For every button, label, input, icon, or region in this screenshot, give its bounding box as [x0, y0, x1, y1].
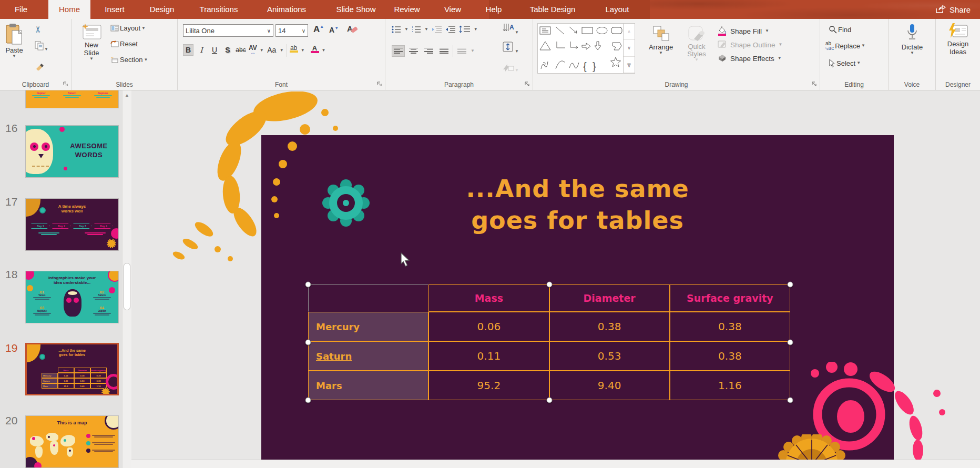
- thumbnail-slide-17[interactable]: A time alwaysworks well Day 1 Day 2 Day …: [25, 198, 119, 251]
- section-button[interactable]: Section▼: [110, 56, 148, 64]
- shape-outline-button[interactable]: Shape Outline▼: [717, 38, 782, 52]
- table-cell[interactable]: 0.38: [670, 312, 790, 341]
- new-slide-dropdown[interactable]: ▼: [89, 57, 94, 61]
- font-size-dropdown-icon[interactable]: ∨: [302, 28, 305, 34]
- find-button[interactable]: Find: [829, 25, 851, 34]
- selection-handle-top-left[interactable]: [305, 282, 311, 288]
- highlight-color-button[interactable]: ab: [290, 44, 298, 53]
- shapes-scroll-down-icon[interactable]: ∨: [624, 40, 635, 56]
- table-cell[interactable]: 0.38: [670, 341, 790, 371]
- selection-handle-top-right[interactable]: [788, 282, 793, 288]
- text-shadow-button[interactable]: S: [222, 44, 233, 56]
- convert-smartart-button[interactable]: ▼: [502, 62, 519, 74]
- shape-fill-button[interactable]: Shape Fill▼: [717, 24, 782, 38]
- tab-design[interactable]: Design: [145, 0, 180, 19]
- quick-styles-button[interactable]: Quick Styles ▼: [681, 25, 712, 62]
- font-dialog-launcher[interactable]: [377, 82, 383, 87]
- thumbnail-scrollbar[interactable]: ▲: [122, 90, 131, 468]
- thumbnail-slide-18[interactable]: Infographics make youridea understable..…: [25, 271, 119, 323]
- table-row-label[interactable]: Saturn: [308, 341, 428, 371]
- shape-effects-button[interactable]: Shape Effects▼: [717, 52, 782, 65]
- bold-button[interactable]: B: [183, 44, 193, 56]
- italic-button[interactable]: I: [196, 44, 207, 56]
- shapes-gallery-scrollbar[interactable]: ∧ ∨ ═∨: [623, 24, 635, 73]
- thumbnail-slide-19-selected[interactable]: ...And the samegoes for tables MassDiame…: [25, 343, 119, 395]
- decrease-indent-icon[interactable]: [432, 26, 442, 33]
- design-ideas-button[interactable]: Design Ideas: [943, 23, 973, 56]
- tab-view[interactable]: View: [439, 0, 466, 19]
- shapes-gallery[interactable]: { } ∧ ∨ ═∨: [537, 23, 635, 74]
- align-center-button[interactable]: [407, 45, 420, 57]
- slide-table[interactable]: Mass Diameter Surface gravity Mercury 0.…: [308, 284, 790, 400]
- table-cell[interactable]: 0.38: [549, 312, 670, 341]
- scrollbar-up-arrow[interactable]: ▲: [122, 90, 131, 98]
- tab-review[interactable]: Review: [389, 0, 425, 19]
- thumbnail-slide-20[interactable]: This is a map: [25, 415, 119, 468]
- reset-button[interactable]: Reset: [110, 40, 138, 48]
- line-spacing-icon[interactable]: [459, 25, 471, 33]
- paste-dropdown[interactable]: ▼: [12, 54, 16, 58]
- paste-button[interactable]: Paste ▼: [5, 23, 23, 58]
- columns-button[interactable]: [455, 45, 468, 57]
- table-cell[interactable]: 1.16: [670, 371, 790, 400]
- shapes-scroll-up-icon[interactable]: ∧: [624, 24, 635, 40]
- tab-insert[interactable]: Insert: [99, 0, 130, 19]
- scrollbar-thumb[interactable]: [124, 263, 130, 310]
- font-name-combobox[interactable]: Lilita One∨: [183, 24, 273, 37]
- character-spacing-button[interactable]: AV ↔: [249, 44, 257, 54]
- font-color-button[interactable]: A: [311, 44, 319, 53]
- font-name-dropdown-icon[interactable]: ∨: [267, 28, 271, 34]
- tab-help[interactable]: Help: [481, 0, 507, 19]
- tab-table-design[interactable]: Table Design: [525, 0, 581, 19]
- thumbnail-slide-15-partial[interactable]: Jupiter Saturn Neptune: [25, 90, 119, 108]
- shrink-font-button[interactable]: A▼: [329, 26, 339, 34]
- shapes-more-icon[interactable]: ═∨: [624, 57, 635, 73]
- tab-animations[interactable]: Animations: [262, 0, 311, 19]
- table-cell[interactable]: 9.40: [549, 371, 670, 400]
- table-row-label[interactable]: Mars: [308, 371, 428, 400]
- selection-handle-bottom-center[interactable]: [546, 398, 552, 403]
- table-header-diameter[interactable]: Diameter: [549, 284, 670, 312]
- select-button[interactable]: Select▼: [829, 59, 861, 67]
- copy-dropdown[interactable]: ▼: [44, 47, 48, 52]
- clear-formatting-button[interactable]: A: [347, 24, 358, 33]
- table-row-label[interactable]: Mercury: [308, 312, 428, 341]
- align-right-button[interactable]: [422, 45, 435, 57]
- teal-flower-decoration[interactable]: [320, 177, 372, 229]
- drawing-dialog-launcher[interactable]: [812, 82, 818, 87]
- horizontal-scrollbar[interactable]: [131, 460, 980, 468]
- dictate-button[interactable]: Dictate ▼: [899, 23, 925, 55]
- strikethrough-button[interactable]: abc: [236, 44, 246, 56]
- clipboard-dialog-launcher[interactable]: [63, 82, 69, 87]
- tab-file[interactable]: File: [9, 0, 33, 19]
- tab-layout[interactable]: Layout: [600, 0, 634, 19]
- table-cell[interactable]: 0.11: [428, 341, 549, 371]
- thumbnail-slide-16[interactable]: AWESOMEWORDS: [25, 125, 119, 178]
- text-direction-button[interactable]: A▼: [502, 23, 519, 36]
- arrange-button[interactable]: Arrange ▼: [645, 25, 677, 55]
- selection-handle-middle-left[interactable]: [305, 340, 311, 345]
- layout-button[interactable]: Layout▼: [110, 24, 146, 32]
- underline-button[interactable]: U: [209, 44, 220, 56]
- increase-indent-icon[interactable]: [445, 26, 456, 33]
- align-left-button[interactable]: [392, 45, 405, 57]
- selection-handle-bottom-left[interactable]: [305, 398, 311, 403]
- paragraph-dialog-launcher[interactable]: [525, 82, 530, 87]
- replace-button[interactable]: ab⤷ac Replace▼: [825, 41, 865, 50]
- justify-button[interactable]: [437, 45, 451, 57]
- numbering-icon[interactable]: [412, 26, 421, 33]
- selection-handle-bottom-right[interactable]: [788, 398, 793, 403]
- selection-handle-top-center[interactable]: [546, 282, 552, 288]
- table-corner-cell[interactable]: [308, 284, 428, 312]
- table-cell[interactable]: 0.53: [549, 341, 670, 371]
- grow-font-button[interactable]: A▲: [313, 24, 324, 35]
- font-size-combobox[interactable]: 14∨: [275, 24, 308, 37]
- format-painter-button[interactable]: [35, 60, 45, 73]
- tab-slide-show[interactable]: Slide Show: [331, 0, 381, 19]
- change-case-button[interactable]: Aa: [267, 44, 277, 56]
- share-button[interactable]: Share: [935, 0, 971, 19]
- table-cell[interactable]: 0.06: [428, 312, 549, 341]
- cut-button[interactable]: ✂: [35, 24, 42, 34]
- table-header-mass[interactable]: Mass: [428, 284, 549, 312]
- bullets-icon[interactable]: [392, 26, 401, 33]
